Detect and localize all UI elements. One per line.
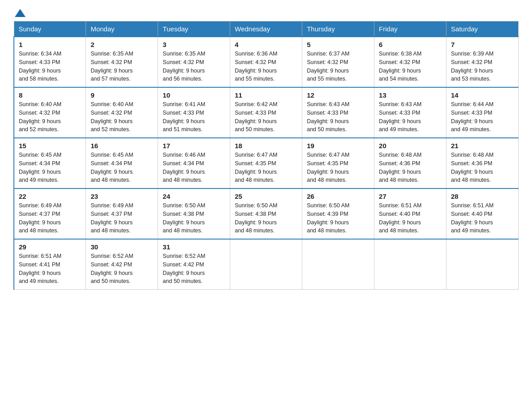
day-number: 31 bbox=[163, 243, 225, 251]
day-info: Sunrise: 6:35 AM Sunset: 4:32 PM Dayligh… bbox=[163, 50, 225, 83]
day-number: 12 bbox=[307, 91, 369, 99]
calendar-week-row: 1 Sunrise: 6:34 AM Sunset: 4:33 PM Dayli… bbox=[14, 37, 519, 87]
day-info: Sunrise: 6:52 AM Sunset: 4:42 PM Dayligh… bbox=[163, 252, 225, 286]
day-info: Sunrise: 6:42 AM Sunset: 4:33 PM Dayligh… bbox=[235, 100, 297, 134]
day-info: Sunrise: 6:51 AM Sunset: 4:41 PM Dayligh… bbox=[19, 252, 81, 286]
day-number: 4 bbox=[235, 41, 297, 48]
calendar-day-cell: 20 Sunrise: 6:48 AM Sunset: 4:36 PM Dayl… bbox=[374, 138, 446, 188]
day-number: 8 bbox=[19, 91, 81, 99]
day-info: Sunrise: 6:43 AM Sunset: 4:33 PM Dayligh… bbox=[379, 100, 442, 134]
calendar-day-cell: 5 Sunrise: 6:37 AM Sunset: 4:32 PM Dayli… bbox=[302, 37, 374, 87]
calendar-day-cell: 23 Sunrise: 6:49 AM Sunset: 4:37 PM Dayl… bbox=[86, 188, 158, 239]
header-row: SundayMondayTuesdayWednesdayThursdayFrid… bbox=[14, 21, 519, 37]
day-of-week-header: Monday bbox=[86, 21, 158, 37]
day-info: Sunrise: 6:43 AM Sunset: 4:33 PM Dayligh… bbox=[307, 100, 369, 134]
calendar-day-cell: 13 Sunrise: 6:43 AM Sunset: 4:33 PM Dayl… bbox=[374, 87, 446, 138]
day-info: Sunrise: 6:35 AM Sunset: 4:32 PM Dayligh… bbox=[90, 50, 153, 83]
day-info: Sunrise: 6:50 AM Sunset: 4:39 PM Dayligh… bbox=[307, 201, 369, 235]
day-info: Sunrise: 6:46 AM Sunset: 4:34 PM Dayligh… bbox=[163, 151, 225, 184]
calendar-day-cell: 2 Sunrise: 6:35 AM Sunset: 4:32 PM Dayli… bbox=[86, 37, 158, 87]
day-number: 9 bbox=[90, 91, 153, 99]
calendar-day-cell: 14 Sunrise: 6:44 AM Sunset: 4:33 PM Dayl… bbox=[446, 87, 519, 138]
calendar-day-cell: 12 Sunrise: 6:43 AM Sunset: 4:33 PM Dayl… bbox=[302, 87, 374, 138]
day-number: 26 bbox=[307, 193, 369, 200]
day-info: Sunrise: 6:34 AM Sunset: 4:33 PM Dayligh… bbox=[19, 50, 81, 83]
day-number: 19 bbox=[307, 142, 369, 150]
day-info: Sunrise: 6:48 AM Sunset: 4:36 PM Dayligh… bbox=[379, 151, 442, 184]
day-number: 28 bbox=[451, 193, 514, 200]
calendar-day-cell bbox=[374, 239, 446, 290]
calendar-day-cell: 28 Sunrise: 6:51 AM Sunset: 4:40 PM Dayl… bbox=[446, 188, 519, 239]
day-info: Sunrise: 6:37 AM Sunset: 4:32 PM Dayligh… bbox=[307, 50, 369, 83]
day-of-week-header: Tuesday bbox=[158, 21, 230, 37]
day-info: Sunrise: 6:51 AM Sunset: 4:40 PM Dayligh… bbox=[451, 201, 514, 235]
page-header bbox=[13, 9, 519, 17]
day-number: 6 bbox=[379, 41, 442, 48]
calendar-week-row: 29 Sunrise: 6:51 AM Sunset: 4:41 PM Dayl… bbox=[14, 239, 519, 290]
day-info: Sunrise: 6:50 AM Sunset: 4:38 PM Dayligh… bbox=[235, 201, 297, 235]
calendar-day-cell bbox=[230, 239, 302, 290]
calendar-day-cell: 4 Sunrise: 6:36 AM Sunset: 4:32 PM Dayli… bbox=[230, 37, 302, 87]
day-number: 18 bbox=[235, 142, 297, 150]
calendar-day-cell: 31 Sunrise: 6:52 AM Sunset: 4:42 PM Dayl… bbox=[158, 239, 230, 290]
calendar-day-cell: 1 Sunrise: 6:34 AM Sunset: 4:33 PM Dayli… bbox=[14, 37, 86, 87]
day-number: 17 bbox=[163, 142, 225, 150]
day-info: Sunrise: 6:40 AM Sunset: 4:32 PM Dayligh… bbox=[90, 100, 153, 134]
day-info: Sunrise: 6:38 AM Sunset: 4:32 PM Dayligh… bbox=[379, 50, 442, 83]
calendar-day-cell: 16 Sunrise: 6:45 AM Sunset: 4:34 PM Dayl… bbox=[86, 138, 158, 188]
day-info: Sunrise: 6:52 AM Sunset: 4:42 PM Dayligh… bbox=[90, 252, 153, 286]
day-number: 3 bbox=[163, 41, 225, 48]
logo bbox=[13, 9, 26, 17]
day-info: Sunrise: 6:49 AM Sunset: 4:37 PM Dayligh… bbox=[19, 201, 81, 235]
day-number: 1 bbox=[19, 41, 81, 48]
day-info: Sunrise: 6:48 AM Sunset: 4:36 PM Dayligh… bbox=[451, 151, 514, 184]
logo-combined bbox=[13, 9, 26, 17]
calendar-day-cell: 22 Sunrise: 6:49 AM Sunset: 4:37 PM Dayl… bbox=[14, 188, 86, 239]
day-info: Sunrise: 6:50 AM Sunset: 4:38 PM Dayligh… bbox=[163, 201, 225, 235]
day-number: 27 bbox=[379, 193, 442, 200]
day-of-week-header: Wednesday bbox=[230, 21, 302, 37]
day-number: 23 bbox=[90, 193, 153, 200]
calendar-day-cell: 24 Sunrise: 6:50 AM Sunset: 4:38 PM Dayl… bbox=[158, 188, 230, 239]
calendar-day-cell: 19 Sunrise: 6:47 AM Sunset: 4:35 PM Dayl… bbox=[302, 138, 374, 188]
calendar-week-row: 22 Sunrise: 6:49 AM Sunset: 4:37 PM Dayl… bbox=[14, 188, 519, 239]
calendar-header: SundayMondayTuesdayWednesdayThursdayFrid… bbox=[14, 21, 519, 37]
calendar-day-cell: 10 Sunrise: 6:41 AM Sunset: 4:33 PM Dayl… bbox=[158, 87, 230, 138]
day-number: 11 bbox=[235, 91, 297, 99]
day-number: 24 bbox=[163, 193, 225, 200]
calendar-week-row: 8 Sunrise: 6:40 AM Sunset: 4:32 PM Dayli… bbox=[14, 87, 519, 138]
calendar-day-cell: 7 Sunrise: 6:39 AM Sunset: 4:32 PM Dayli… bbox=[446, 37, 519, 87]
day-info: Sunrise: 6:47 AM Sunset: 4:35 PM Dayligh… bbox=[235, 151, 297, 184]
calendar-body: 1 Sunrise: 6:34 AM Sunset: 4:33 PM Dayli… bbox=[14, 37, 519, 290]
calendar-day-cell: 15 Sunrise: 6:45 AM Sunset: 4:34 PM Dayl… bbox=[14, 138, 86, 188]
calendar-day-cell: 9 Sunrise: 6:40 AM Sunset: 4:32 PM Dayli… bbox=[86, 87, 158, 138]
day-info: Sunrise: 6:51 AM Sunset: 4:40 PM Dayligh… bbox=[379, 201, 442, 235]
calendar-day-cell: 30 Sunrise: 6:52 AM Sunset: 4:42 PM Dayl… bbox=[86, 239, 158, 290]
day-info: Sunrise: 6:45 AM Sunset: 4:34 PM Dayligh… bbox=[19, 151, 81, 184]
calendar-day-cell: 8 Sunrise: 6:40 AM Sunset: 4:32 PM Dayli… bbox=[14, 87, 86, 138]
day-number: 20 bbox=[379, 142, 442, 150]
day-number: 22 bbox=[19, 193, 81, 200]
calendar-week-row: 15 Sunrise: 6:45 AM Sunset: 4:34 PM Dayl… bbox=[14, 138, 519, 188]
day-number: 15 bbox=[19, 142, 81, 150]
calendar-day-cell: 29 Sunrise: 6:51 AM Sunset: 4:41 PM Dayl… bbox=[14, 239, 86, 290]
day-of-week-header: Saturday bbox=[446, 21, 519, 37]
day-info: Sunrise: 6:44 AM Sunset: 4:33 PM Dayligh… bbox=[451, 100, 514, 134]
calendar-day-cell: 27 Sunrise: 6:51 AM Sunset: 4:40 PM Dayl… bbox=[374, 188, 446, 239]
calendar-day-cell bbox=[446, 239, 519, 290]
day-number: 5 bbox=[307, 41, 369, 48]
day-info: Sunrise: 6:47 AM Sunset: 4:35 PM Dayligh… bbox=[307, 151, 369, 184]
day-number: 14 bbox=[451, 91, 514, 99]
day-info: Sunrise: 6:45 AM Sunset: 4:34 PM Dayligh… bbox=[90, 151, 153, 184]
calendar-day-cell: 17 Sunrise: 6:46 AM Sunset: 4:34 PM Dayl… bbox=[158, 138, 230, 188]
day-of-week-header: Friday bbox=[374, 21, 446, 37]
calendar-day-cell: 25 Sunrise: 6:50 AM Sunset: 4:38 PM Dayl… bbox=[230, 188, 302, 239]
day-of-week-header: Thursday bbox=[302, 21, 374, 37]
day-number: 2 bbox=[90, 41, 153, 48]
day-number: 10 bbox=[163, 91, 225, 99]
calendar-day-cell: 3 Sunrise: 6:35 AM Sunset: 4:32 PM Dayli… bbox=[158, 37, 230, 87]
day-number: 13 bbox=[379, 91, 442, 99]
day-number: 7 bbox=[451, 41, 514, 48]
calendar-day-cell: 6 Sunrise: 6:38 AM Sunset: 4:32 PM Dayli… bbox=[374, 37, 446, 87]
day-info: Sunrise: 6:49 AM Sunset: 4:37 PM Dayligh… bbox=[90, 201, 153, 235]
